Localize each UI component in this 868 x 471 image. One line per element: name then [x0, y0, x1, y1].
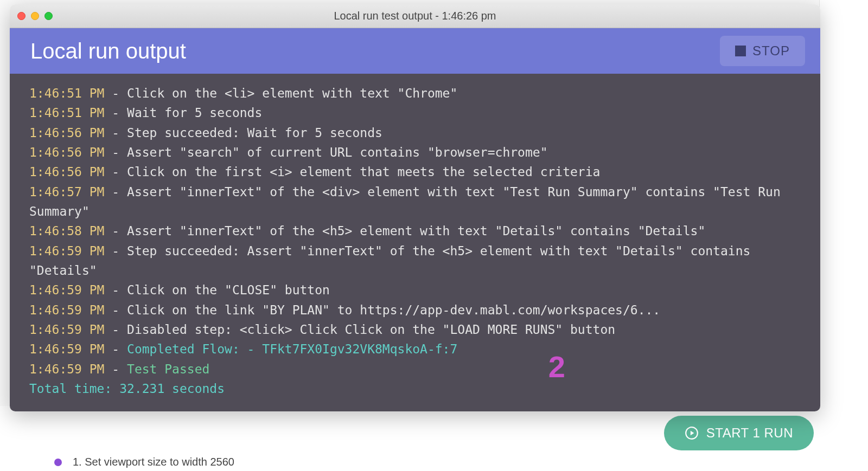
log-message: Wait for 5 seconds	[127, 106, 262, 120]
start-run-label: START 1 RUN	[706, 425, 793, 441]
log-separator: -	[104, 224, 127, 238]
log-message: Step succeeded: Assert "innerText" of th…	[29, 244, 758, 278]
log-line: 1:46:59 PM - Disabled step: <click> Clic…	[29, 320, 801, 339]
log-separator: -	[104, 86, 127, 100]
log-message: Assert "innerText" of the <div> element …	[29, 185, 788, 218]
stop-icon	[735, 46, 746, 56]
log-separator: -	[104, 145, 127, 159]
traffic-lights	[17, 12, 53, 20]
log-message: Completed Flow: - TFkt7FX0Igv32VK8MqskoA…	[127, 342, 457, 356]
log-separator: -	[104, 165, 127, 179]
log-line: 1:46:56 PM - Click on the first <i> elem…	[29, 162, 801, 182]
mac-titlebar[interactable]: Local run test output - 1:46:26 pm	[10, 4, 820, 28]
log-message: Click on the link "BY PLAN" to https://a…	[127, 303, 660, 317]
log-line: 1:46:51 PM - Wait for 5 seconds	[29, 103, 801, 122]
log-separator: -	[104, 283, 127, 297]
log-timestamp: 1:46:59 PM	[29, 342, 104, 356]
log-timestamp: 1:46:56 PM	[29, 126, 104, 140]
log-message: Click on the first <i> element that meet…	[127, 165, 600, 179]
test-step-row: 1. Set viewport size to width 2560	[33, 456, 234, 468]
log-timestamp: 1:46:56 PM	[29, 145, 104, 159]
log-timestamp: 1:46:59 PM	[29, 244, 104, 258]
log-separator: -	[104, 244, 127, 258]
total-time-line: Total time: 32.231 seconds	[29, 379, 801, 398]
step-dot-icon	[54, 459, 62, 466]
log-timestamp: 1:46:59 PM	[29, 303, 104, 317]
play-icon	[685, 426, 699, 440]
log-timestamp: 1:46:58 PM	[29, 224, 104, 238]
log-timestamp: 1:46:51 PM	[29, 86, 104, 100]
log-separator: -	[104, 126, 127, 140]
step-label: 1. Set viewport size to width 2560	[73, 456, 234, 468]
maximize-window-button[interactable]	[44, 12, 53, 20]
window-title: Local run test output - 1:46:26 pm	[334, 10, 496, 22]
modal-title: Local run output	[30, 39, 186, 63]
log-message: Assert "innerText" of the <h5> element w…	[127, 224, 705, 238]
log-message: Click on the "CLOSE" button	[127, 283, 330, 297]
log-timestamp: 1:46:57 PM	[29, 185, 104, 199]
start-run-button[interactable]: START 1 RUN	[664, 416, 814, 450]
svg-marker-1	[691, 431, 694, 436]
log-separator: -	[104, 106, 127, 120]
background-lower-panel: 1. Set viewport size to width 2560 START…	[0, 406, 868, 471]
log-message: Assert "search" of current URL contains …	[127, 145, 547, 159]
log-message: Disabled step: <click> Click Click on th…	[127, 322, 615, 337]
close-window-button[interactable]	[17, 12, 25, 20]
log-line: 1:46:59 PM - Test Passed	[29, 359, 801, 379]
log-separator: -	[104, 342, 127, 356]
log-separator: -	[104, 362, 127, 376]
log-timestamp: 1:46:51 PM	[29, 106, 104, 120]
log-message: Click on the <li> element with text "Chr…	[127, 86, 457, 100]
log-separator: -	[104, 303, 127, 317]
log-line: 1:46:58 PM - Assert "innerText" of the <…	[29, 221, 801, 241]
stop-button[interactable]: STOP	[720, 36, 805, 66]
log-separator: -	[104, 322, 127, 337]
log-separator: -	[104, 185, 127, 199]
log-line: 1:46:51 PM - Click on the <li> element w…	[29, 83, 801, 103]
log-line: 1:46:59 PM - Click on the "CLOSE" button	[29, 280, 801, 300]
console-output[interactable]: 1:46:51 PM - Click on the <li> element w…	[10, 74, 820, 411]
log-line: 1:46:57 PM - Assert "innerText" of the <…	[29, 182, 801, 222]
log-timestamp: 1:46:59 PM	[29, 362, 104, 376]
log-line: 1:46:59 PM - Click on the link "BY PLAN"…	[29, 300, 801, 320]
log-timestamp: 1:46:59 PM	[29, 283, 104, 297]
log-message: Step succeeded: Wait for 5 seconds	[127, 126, 382, 140]
log-line: 1:46:59 PM - Step succeeded: Assert "inn…	[29, 241, 801, 281]
log-line: 1:46:59 PM - Completed Flow: - TFkt7FX0I…	[29, 339, 801, 359]
minimize-window-button[interactable]	[31, 12, 39, 20]
stop-button-label: STOP	[752, 43, 790, 59]
log-line: 1:46:56 PM - Step succeeded: Wait for 5 …	[29, 123, 801, 143]
output-window: Local run test output - 1:46:26 pm Local…	[10, 4, 820, 411]
log-timestamp: 1:46:56 PM	[29, 165, 104, 179]
log-timestamp: 1:46:59 PM	[29, 322, 104, 337]
log-line: 1:46:56 PM - Assert "search" of current …	[29, 143, 801, 162]
annotation-marker: 2	[548, 343, 565, 391]
modal-header: Local run output STOP	[10, 28, 820, 74]
background-right-panel	[819, 0, 868, 471]
log-message: Test Passed	[127, 362, 209, 376]
